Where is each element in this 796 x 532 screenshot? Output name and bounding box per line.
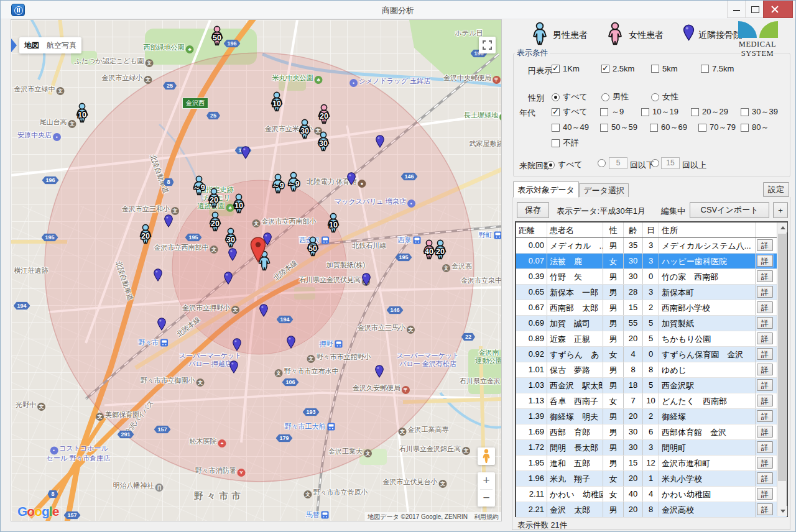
- age-filter-option[interactable]: 60～69: [650, 122, 687, 133]
- detail-button[interactable]: 詳: [757, 410, 773, 422]
- detail-button[interactable]: 詳: [757, 364, 773, 375]
- fullscreen-button[interactable]: [479, 37, 496, 53]
- male-patient-marker[interactable]: ～9: [285, 172, 302, 195]
- table-row[interactable]: 1.72間明 長太郎男303間明町詳: [516, 440, 787, 456]
- male-patient-marker[interactable]: 20: [432, 239, 448, 262]
- scroll-down-arrow-icon[interactable]: [777, 506, 787, 516]
- clinic-pin-marker[interactable]: [224, 272, 233, 287]
- table-row[interactable]: 0.92すずらん あ女40すずらん保育園 金沢詳: [516, 347, 787, 362]
- age-filter-checkbox[interactable]: [600, 124, 608, 132]
- table-row[interactable]: 0.89近森 正親男205ちかもり公園詳: [516, 331, 787, 347]
- male-patient-marker[interactable]: 30: [315, 131, 331, 154]
- male-patient-marker[interactable]: 10: [325, 213, 341, 236]
- close-button[interactable]: [763, 1, 793, 18]
- circle-filter-checkbox[interactable]: [552, 65, 560, 73]
- table-row[interactable]: 0.00メディカル ...男353メディカルシステム八...詳: [516, 238, 787, 254]
- clinic-pin-marker[interactable]: [229, 360, 239, 376]
- detail-button[interactable]: 詳: [757, 441, 773, 453]
- clinic-pin-marker[interactable]: [376, 135, 385, 150]
- age-filter-option[interactable]: 20～29: [691, 106, 728, 117]
- detail-button[interactable]: 詳: [757, 239, 773, 251]
- table-row[interactable]: 0.69加賀 誠司男555加賀製紙詳: [516, 316, 787, 331]
- age-filter-option[interactable]: 70～79: [698, 122, 736, 133]
- circle-filter-option[interactable]: 7.5km: [701, 64, 734, 73]
- circle-filter-checkbox[interactable]: [651, 65, 659, 73]
- male-patient-marker[interactable]: ～9: [270, 173, 286, 196]
- age-filter-option[interactable]: 不詳: [552, 137, 579, 149]
- maximize-button[interactable]: [745, 1, 764, 18]
- clinic-pin-marker[interactable]: [164, 214, 174, 230]
- circle-filter-checkbox[interactable]: [601, 65, 609, 73]
- gender-filter-option[interactable]: 女性: [651, 91, 678, 103]
- age-filter-checkbox[interactable]: [650, 124, 658, 132]
- gender-filter-radio[interactable]: [601, 93, 609, 101]
- detail-button[interactable]: 詳: [757, 395, 773, 406]
- age-filter-checkbox[interactable]: [552, 139, 560, 147]
- female-patient-marker[interactable]: 50: [209, 25, 225, 48]
- visits-below-option[interactable]: [598, 159, 609, 167]
- clinic-pin-marker[interactable]: [233, 338, 242, 354]
- add-dataset-button[interactable]: +: [773, 202, 788, 218]
- map-canvas[interactable]: 地図 航空写真 + − Google 地図データ ©2017 Google, Z…: [11, 19, 502, 521]
- age-filter-checkbox[interactable]: [698, 124, 706, 132]
- gender-filter-option[interactable]: すべて: [552, 91, 588, 103]
- male-patient-marker[interactable]: 20: [137, 224, 154, 247]
- age-filter-checkbox[interactable]: [552, 124, 560, 132]
- male-patient-marker[interactable]: 50: [305, 236, 321, 259]
- age-filter-option[interactable]: 10～19: [641, 106, 678, 117]
- visits-below-radio[interactable]: [598, 159, 606, 167]
- circle-filter-option[interactable]: 1Km: [552, 64, 580, 73]
- table-row[interactable]: 0.39竹野 矢男300竹の家 西南部詳: [516, 269, 787, 285]
- table-row[interactable]: 2.21金沢 太郎男208金沢高校詳: [516, 502, 787, 518]
- visits-below-input[interactable]: 5: [609, 157, 627, 169]
- table-row[interactable]: 0.67西南部 太郎男152西南部小学校詳: [516, 300, 787, 316]
- table-row[interactable]: 1.39御経塚 明夫男202御経塚詳: [516, 409, 787, 424]
- table-row[interactable]: 0.65新保本 一郎男283新保本町詳: [516, 285, 787, 300]
- detail-button[interactable]: 詳: [757, 270, 773, 282]
- female-patient-marker[interactable]: 20: [316, 104, 332, 127]
- table-row[interactable]: 1.13呑卓 西南子女710どんたく 西南部詳: [516, 393, 787, 409]
- age-filter-option[interactable]: 80～: [741, 122, 769, 133]
- age-filter-option[interactable]: 30～39: [741, 106, 778, 117]
- scrollbar-thumb[interactable]: [778, 234, 786, 481]
- clinic-pin-marker[interactable]: [375, 365, 384, 380]
- minimize-button[interactable]: [727, 1, 746, 18]
- age-filter-option[interactable]: すべて: [552, 106, 588, 117]
- clinic-pin-marker[interactable]: [287, 336, 296, 351]
- clinic-pin-marker[interactable]: [241, 146, 251, 162]
- visits-filter-radio[interactable]: [547, 161, 555, 169]
- pegman-control[interactable]: [478, 447, 495, 465]
- male-patient-marker[interactable]: 10: [74, 103, 90, 126]
- detail-button[interactable]: 詳: [757, 503, 773, 515]
- detail-button[interactable]: 詳: [757, 488, 773, 500]
- gender-filter-radio[interactable]: [651, 93, 659, 101]
- clinic-pin-marker[interactable]: [362, 273, 371, 288]
- zoom-out-button[interactable]: −: [478, 490, 495, 507]
- age-filter-checkbox[interactable]: [741, 108, 749, 116]
- age-filter-checkbox[interactable]: [552, 108, 560, 116]
- detail-button[interactable]: 詳: [757, 426, 773, 438]
- detail-button[interactable]: 詳: [757, 457, 773, 469]
- male-patient-marker[interactable]: 20: [206, 188, 222, 211]
- terms-link[interactable]: 利用規約: [474, 513, 499, 521]
- detail-button[interactable]: 詳: [757, 332, 773, 344]
- male-patient-marker[interactable]: 10: [231, 193, 247, 216]
- map-type-map[interactable]: 地図: [24, 40, 39, 51]
- table-row[interactable]: 1.03西金沢 駅太郎男185西金沢駅詳: [516, 378, 787, 393]
- detail-button[interactable]: 詳: [757, 348, 773, 360]
- visits-filter-option[interactable]: すべて: [547, 159, 583, 170]
- settings-button[interactable]: 設定: [763, 182, 789, 197]
- male-patient-marker[interactable]: 30: [297, 119, 313, 142]
- table-scrollbar[interactable]: [777, 222, 787, 516]
- circle-filter-option[interactable]: 2.5km: [601, 64, 634, 73]
- clinic-center-marker[interactable]: [249, 237, 267, 265]
- detail-button[interactable]: 詳: [757, 379, 773, 391]
- save-button[interactable]: 保存: [517, 202, 549, 218]
- scroll-up-arrow-icon[interactable]: [777, 222, 787, 232]
- map-edge-arrow-icon[interactable]: [11, 39, 17, 52]
- circle-filter-option[interactable]: 5km: [651, 64, 678, 73]
- age-filter-checkbox[interactable]: [641, 108, 649, 116]
- table-row[interactable]: 1.96米丸 翔子女201米丸小学校詳: [516, 471, 787, 487]
- table-row[interactable]: 1.01保古 夢路男88ゆめじ詳: [516, 362, 787, 378]
- gender-filter-option[interactable]: 男性: [601, 91, 629, 103]
